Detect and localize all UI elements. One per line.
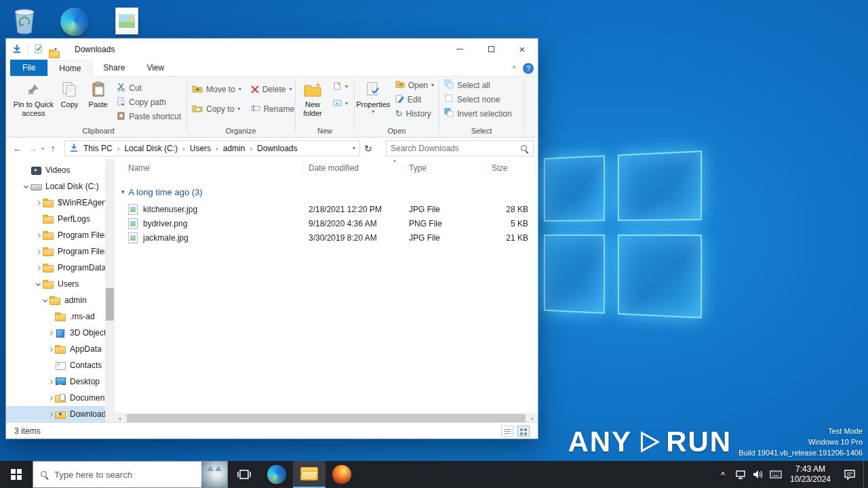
- recent-locations-chevron-icon[interactable]: ▾: [41, 146, 44, 152]
- close-button[interactable]: ×: [507, 39, 538, 60]
- easy-access-button[interactable]: ▾: [329, 96, 352, 110]
- sidebar-item-appdata[interactable]: AppData: [6, 341, 105, 357]
- sidebar-item-admin[interactable]: admin: [6, 292, 105, 308]
- column-header-date-modified[interactable]: Date modified▾: [303, 162, 403, 174]
- copy-to-button[interactable]: Copy to ▾: [188, 102, 245, 116]
- expand-icon[interactable]: [47, 380, 54, 384]
- breadcrumb[interactable]: This PC › Local Disk (C:) › Users › admi…: [64, 140, 360, 157]
- sidebar-item-3d-objects[interactable]: 3D Objects: [6, 325, 105, 341]
- select-none-button[interactable]: Select none: [440, 92, 516, 106]
- sidebar-item-local-disk-c[interactable]: Local Disk (C:): [6, 178, 105, 195]
- sidebar-item-program-files[interactable]: Program Files: [6, 227, 105, 243]
- column-header-name[interactable]: Name: [115, 162, 303, 174]
- paste-shortcut-button[interactable]: Paste shortcut: [113, 109, 185, 123]
- tab-file[interactable]: File: [10, 60, 47, 76]
- breadcrumb-local-disk-c[interactable]: Local Disk (C:): [122, 144, 180, 153]
- expand-icon[interactable]: [47, 331, 54, 335]
- collapse-icon[interactable]: [35, 283, 41, 285]
- select-all-button[interactable]: Select all: [440, 78, 516, 92]
- copy-path-button[interactable]: Copy path: [113, 95, 185, 109]
- up-button[interactable]: ↑: [45, 143, 60, 154]
- search-icon[interactable]: [520, 144, 529, 153]
- start-button[interactable]: [0, 461, 33, 488]
- properties-quick-icon[interactable]: [34, 44, 43, 56]
- back-button[interactable]: ←: [10, 143, 25, 154]
- taskbar-firefox-button[interactable]: [326, 461, 358, 488]
- hidden-icons-button[interactable]: ^: [714, 461, 732, 488]
- taskbar-edge-button[interactable]: [260, 461, 293, 488]
- sidebar-item-downloads[interactable]: Downloads: [6, 406, 105, 422]
- sidebar-item-programdata[interactable]: ProgramData: [6, 260, 105, 276]
- volume-button[interactable]: [749, 461, 767, 488]
- expand-icon[interactable]: [35, 266, 41, 270]
- taskbar-search-input[interactable]: [54, 470, 196, 480]
- move-to-button[interactable]: Move to ▾: [188, 82, 245, 96]
- taskbar-clock[interactable]: 7:43 AM 10/23/2024: [785, 464, 836, 485]
- new-folder-button[interactable]: New folder: [296, 77, 329, 118]
- sidebar-item-perflogs[interactable]: PerfLogs: [6, 211, 105, 227]
- large-icons-view-button[interactable]: [517, 426, 530, 436]
- tab-view[interactable]: View: [136, 60, 175, 76]
- file-row-jackmale[interactable]: jackmale.jpg 3/30/2019 8:20 AM JPG File …: [115, 230, 532, 245]
- cut-button[interactable]: Cut: [113, 81, 185, 95]
- expand-icon[interactable]: [35, 234, 41, 237]
- image-file-desktop-icon[interactable]: [113, 5, 141, 37]
- breadcrumb-admin[interactable]: admin: [221, 144, 248, 153]
- breadcrumb-users[interactable]: Users: [188, 144, 213, 153]
- sidebar-item-users[interactable]: Users: [6, 276, 105, 292]
- properties-button[interactable]: Properties ▾: [355, 77, 391, 115]
- new-item-button[interactable]: ▾: [329, 79, 352, 94]
- edit-button[interactable]: Edit: [391, 92, 438, 106]
- minimize-ribbon-icon[interactable]: ^: [513, 64, 516, 73]
- refresh-icon[interactable]: ↻: [364, 143, 372, 154]
- expand-icon[interactable]: [35, 250, 41, 253]
- delete-button[interactable]: Delete ▾: [247, 82, 298, 96]
- taskbar-file-explorer-button[interactable]: [293, 461, 326, 488]
- details-view-button[interactable]: [501, 426, 513, 436]
- scroll-right-icon[interactable]: ›: [527, 414, 538, 422]
- sidebar-item-desktop[interactable]: Desktop: [6, 373, 105, 390]
- column-header-size[interactable]: Size: [486, 162, 535, 174]
- expand-icon[interactable]: [47, 413, 54, 416]
- expand-icon[interactable]: [47, 396, 54, 400]
- show-desktop-button[interactable]: [863, 461, 868, 488]
- touch-keyboard-button[interactable]: [767, 461, 785, 488]
- recycle-bin-icon[interactable]: [8, 3, 41, 37]
- edge-desktop-icon[interactable]: [58, 5, 91, 38]
- scroll-left-icon[interactable]: ‹: [115, 414, 125, 422]
- search-box[interactable]: [386, 140, 534, 157]
- file-row-bydriver[interactable]: bydriver.png 9/18/2020 4:36 AM PNG File …: [115, 216, 532, 230]
- expand-icon[interactable]: [47, 348, 54, 351]
- task-view-button[interactable]: [228, 461, 260, 488]
- group-collapse-icon[interactable]: ▾: [121, 188, 125, 195]
- column-header-type[interactable]: Type: [403, 162, 486, 174]
- paste-button[interactable]: Paste: [83, 77, 113, 109]
- scrollbar-thumb[interactable]: [127, 414, 526, 422]
- taskbar-search[interactable]: [33, 461, 228, 488]
- rename-button[interactable]: Rename: [247, 102, 298, 116]
- scrollbar-thumb[interactable]: [106, 288, 114, 321]
- search-highlight-image[interactable]: [201, 462, 227, 487]
- group-header-a-long-time-ago[interactable]: ▾ A long time ago (3): [121, 184, 203, 200]
- collapse-icon[interactable]: [41, 300, 48, 302]
- invert-selection-button[interactable]: Invert selection: [440, 106, 516, 121]
- sidebar-item-winreagent[interactable]: $WinREAgent: [6, 195, 105, 211]
- collapse-icon[interactable]: [22, 186, 29, 188]
- search-input[interactable]: [391, 144, 520, 153]
- address-dropdown-icon[interactable]: ▾: [353, 146, 355, 151]
- pin-to-quick-access-button[interactable]: Pin to Quick access: [12, 77, 56, 118]
- help-icon[interactable]: ?: [523, 63, 534, 74]
- sidebar-item-ms-ad[interactable]: .ms-ad: [6, 308, 105, 325]
- sidebar-item-documents[interactable]: Documents: [6, 390, 105, 406]
- sidebar-scrollbar[interactable]: [105, 159, 115, 424]
- action-center-button[interactable]: [836, 461, 863, 488]
- breadcrumb-this-pc[interactable]: This PC: [81, 144, 115, 153]
- forward-button[interactable]: →: [25, 143, 40, 154]
- copy-button[interactable]: Copy: [56, 77, 83, 109]
- sidebar-item-videos[interactable]: Videos: [6, 162, 105, 178]
- tab-share[interactable]: Share: [92, 60, 136, 76]
- sidebar-item-contacts[interactable]: Contacts: [6, 357, 105, 373]
- tab-home[interactable]: Home: [47, 60, 92, 77]
- file-row-kitchenuser[interactable]: kitchenuser.jpg 2/18/2021 12:20 PM JPG F…: [115, 202, 532, 216]
- filter-chevron-icon[interactable]: ▾: [393, 158, 396, 164]
